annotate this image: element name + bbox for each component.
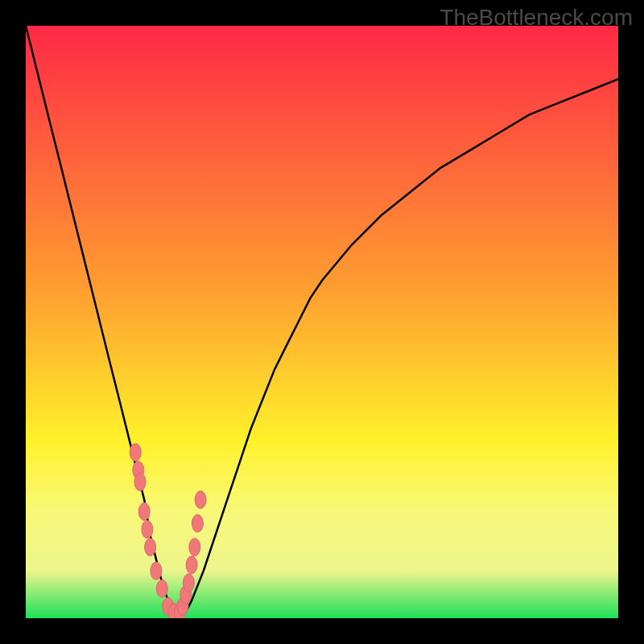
marker-point	[151, 562, 162, 580]
bottleneck-plot	[26, 26, 618, 618]
marker-point	[156, 580, 167, 597]
marker-point	[134, 473, 146, 491]
marker-point	[195, 491, 206, 509]
watermark-text: TheBottleneck.com	[440, 5, 633, 31]
marker-point	[183, 574, 194, 592]
marker-point	[145, 539, 156, 556]
marker-point	[189, 539, 200, 556]
marker-point	[142, 521, 153, 539]
marker-point	[130, 444, 141, 461]
marker-point	[192, 514, 203, 532]
marker-point	[138, 503, 150, 521]
marker-point	[186, 556, 197, 574]
chart-frame: TheBottleneck.com	[0, 0, 644, 644]
